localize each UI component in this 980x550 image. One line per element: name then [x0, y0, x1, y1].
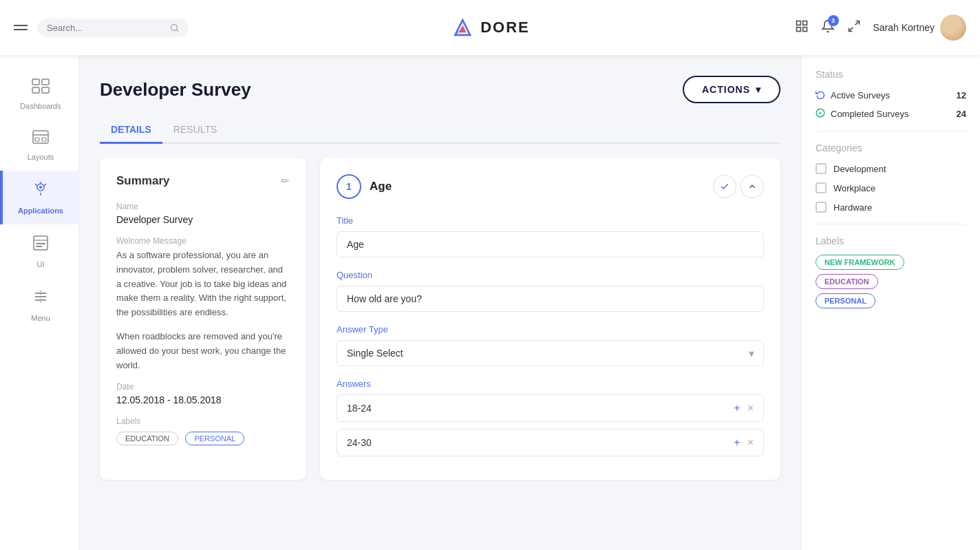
answer-actions-1: + × [734, 402, 754, 414]
completed-surveys-count: 24 [957, 109, 966, 119]
sidebar-item-applications[interactable]: Applications [0, 171, 78, 224]
sidebar-item-layouts[interactable]: Layouts [0, 120, 78, 171]
active-surveys-count: 12 [957, 90, 966, 101]
divider-2 [816, 224, 966, 224]
category-label-development: Development [833, 164, 886, 174]
actions-chevron-icon: ▾ [756, 84, 761, 95]
hamburger-menu[interactable] [14, 25, 28, 30]
svg-rect-5 [796, 21, 800, 25]
sidebar-label-menu: Menu [31, 314, 50, 322]
title-label: Title [337, 215, 764, 226]
svg-rect-14 [42, 87, 49, 93]
svg-rect-17 [35, 138, 39, 141]
svg-rect-13 [32, 87, 39, 93]
date-label: Date [116, 382, 290, 392]
sidebar-item-menu[interactable]: Menu [0, 278, 78, 332]
notifications-button[interactable]: 3 [821, 19, 835, 36]
tab-results[interactable]: RESULTS [162, 117, 228, 144]
svg-rect-7 [796, 27, 800, 31]
topnav-left [14, 19, 189, 37]
question-input[interactable] [337, 286, 764, 312]
completed-surveys-icon [816, 108, 825, 120]
svg-rect-27 [36, 243, 45, 244]
logo: DORE [450, 15, 530, 40]
answer-type-select[interactable]: Single Select Multi Select Text Rating [337, 340, 764, 366]
svg-point-24 [39, 186, 42, 189]
topnav: DORE 3 Sarah Kortney [0, 0, 980, 55]
svg-line-23 [44, 184, 46, 186]
title-input[interactable] [337, 231, 764, 257]
name-label: Name [116, 202, 290, 211]
welcome-label: Welcome Message [116, 236, 290, 246]
status-title: Status [816, 69, 966, 80]
svg-rect-28 [36, 246, 42, 247]
sidebar-item-dashboards[interactable]: Dashboards [0, 69, 78, 120]
svg-rect-6 [802, 21, 807, 25]
category-label-workplace: Workplace [833, 183, 875, 193]
answer-row-2: 24-30 + × [337, 429, 764, 456]
answer-remove-button-1[interactable]: × [747, 402, 754, 414]
summary-tags: EDUCATION PERSONAL [116, 429, 290, 445]
answer-add-button-1[interactable]: + [734, 402, 740, 414]
labels-title: Labels [816, 235, 966, 246]
checkbox-workplace[interactable] [816, 182, 827, 193]
question-nav-buttons [713, 175, 764, 198]
label-new-framework[interactable]: NEW FRAMEWORK [816, 255, 904, 270]
user-info[interactable]: Sarah Kortney [873, 14, 967, 41]
svg-rect-8 [802, 27, 807, 31]
date-value: 12.05.2018 - 18.05.2018 [116, 394, 290, 405]
label-personal[interactable]: PERSONAL [816, 293, 875, 308]
dashboards-icon [32, 78, 50, 98]
welcome-text-1: As a software professional, you are an i… [116, 248, 290, 320]
label-education[interactable]: EDUCATION [816, 274, 878, 289]
search-input[interactable] [47, 23, 164, 33]
answer-text-1: 18-24 [347, 403, 734, 414]
edit-icon[interactable]: ✏ [281, 175, 290, 187]
topnav-right: 3 Sarah Kortney [795, 14, 967, 41]
sidebar: Dashboards Layouts [0, 55, 79, 550]
question-header: 1 Age [337, 174, 764, 199]
category-hardware[interactable]: Hardware [816, 202, 966, 213]
answer-remove-button-2[interactable]: × [747, 436, 754, 449]
main-layout: Dashboards Layouts [0, 55, 980, 550]
sidebar-label-dashboards: Dashboards [20, 102, 61, 110]
svg-rect-11 [32, 79, 39, 85]
tag-education[interactable]: EDUCATION [116, 432, 178, 445]
active-surveys-label-wrap: Active Surveys [816, 89, 890, 101]
question-up-button[interactable] [741, 175, 764, 198]
question-check-button[interactable] [713, 175, 736, 198]
search-icon [170, 23, 179, 33]
tab-details[interactable]: DETAILS [100, 117, 162, 144]
active-surveys-label: Active Surveys [831, 90, 890, 101]
actions-button[interactable]: ACTIONS ▾ [683, 76, 780, 103]
checkbox-development[interactable] [816, 163, 827, 174]
svg-rect-18 [42, 138, 46, 141]
svg-rect-12 [42, 79, 49, 85]
category-workplace[interactable]: Workplace [816, 182, 966, 193]
grid-icon[interactable] [795, 19, 809, 36]
sidebar-item-ui[interactable]: UI [0, 224, 78, 278]
active-surveys-icon [816, 89, 825, 101]
sidebar-label-ui: UI [37, 260, 45, 268]
page-header: Developer Survey ACTIONS ▾ [100, 76, 780, 103]
welcome-text-2: When roadblocks are removed and you're a… [116, 330, 290, 372]
user-name: Sarah Kortney [873, 22, 935, 33]
question-label: Question [337, 270, 764, 280]
logo-icon [450, 15, 475, 40]
category-development[interactable]: Development [816, 163, 966, 174]
answer-add-button-2[interactable]: + [734, 436, 740, 449]
sidebar-label-layouts: Layouts [28, 153, 54, 161]
tag-personal[interactable]: PERSONAL [185, 432, 244, 445]
category-label-hardware: Hardware [833, 202, 872, 213]
active-surveys-row: Active Surveys 12 [816, 89, 966, 101]
completed-surveys-label: Completed Surveys [831, 109, 908, 119]
layouts-icon [32, 129, 50, 149]
question-card: 1 Age [320, 158, 780, 480]
categories-title: Categories [816, 142, 966, 154]
expand-icon[interactable] [847, 19, 861, 36]
two-col-layout: Summary ✏ Name Developer Survey Welcome … [100, 158, 780, 480]
applications-icon [32, 180, 50, 202]
answer-type-label: Answer Type [337, 324, 764, 335]
svg-line-10 [849, 27, 853, 31]
checkbox-hardware[interactable] [816, 202, 827, 213]
